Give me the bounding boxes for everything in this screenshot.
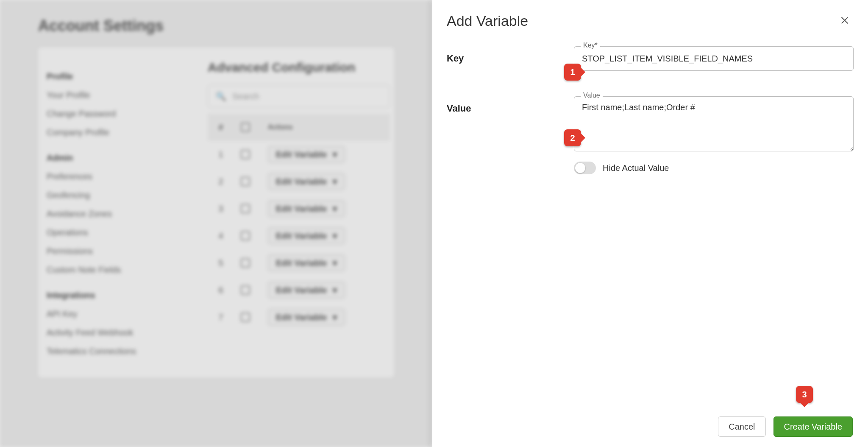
key-input[interactable]	[574, 46, 854, 71]
callout-2: 2	[564, 129, 581, 146]
panel-header: Add Variable	[432, 0, 868, 46]
panel-footer: Cancel Create Variable	[432, 406, 868, 447]
modal-overlay	[0, 0, 432, 447]
callout-1: 1	[564, 64, 581, 81]
cancel-button[interactable]: Cancel	[718, 416, 765, 437]
value-input[interactable]	[574, 96, 854, 151]
close-button[interactable]	[838, 14, 851, 28]
key-row: Key Key*	[447, 46, 854, 71]
hide-value-row: Hide Actual Value	[574, 162, 854, 174]
hide-value-label: Hide Actual Value	[603, 163, 669, 173]
key-label: Key	[447, 46, 561, 64]
hide-value-toggle[interactable]	[574, 162, 596, 174]
value-field-wrap: Value Hide Actual Value	[574, 96, 854, 174]
key-field-wrap: Key*	[574, 46, 854, 71]
close-icon	[840, 16, 849, 25]
value-row: Value Value Hide Actual Value	[447, 96, 854, 174]
key-float-label: Key*	[581, 42, 600, 49]
value-label: Value	[447, 96, 561, 114]
panel-title: Add Variable	[447, 13, 528, 29]
panel-body: Key Key* Value Value Hide Actual Value	[432, 46, 868, 406]
add-variable-panel: Add Variable Key Key* Value Value Hide A…	[432, 0, 868, 447]
create-variable-button[interactable]: Create Variable	[773, 416, 853, 437]
value-float-label: Value	[581, 92, 603, 99]
callout-3: 3	[796, 386, 813, 403]
